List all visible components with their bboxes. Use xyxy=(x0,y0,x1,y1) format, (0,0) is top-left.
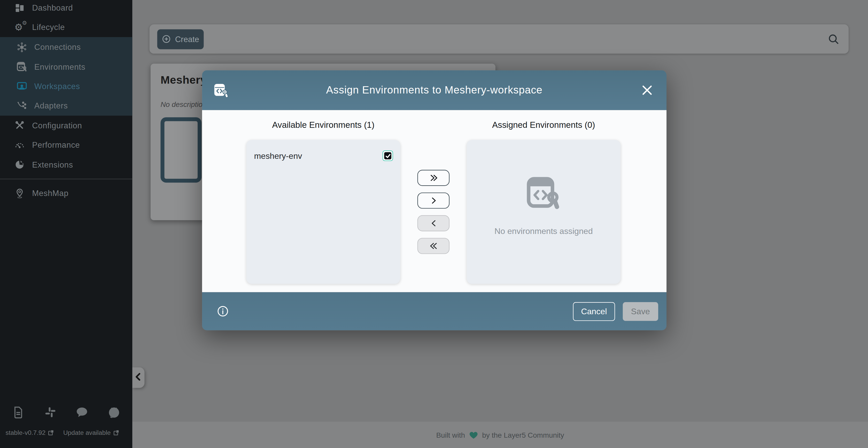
external-link-icon xyxy=(113,429,120,436)
search-icon xyxy=(827,32,841,46)
external-link-icon xyxy=(48,429,55,436)
environment-list-item[interactable]: meshery-env xyxy=(246,140,400,161)
sidebar-item-label: MeshMap xyxy=(32,189,68,197)
chat-icon[interactable] xyxy=(75,406,89,419)
double-chevron-left-icon xyxy=(429,242,438,250)
sidebar-item-workspaces[interactable]: Workspaces xyxy=(0,77,132,95)
connections-icon xyxy=(17,42,27,53)
version-row: stable-v0.7.92 Update available xyxy=(5,429,119,436)
sidebar-item-lifecycle[interactable]: ⚙⚙ Lifecycle xyxy=(0,18,132,36)
empty-state-text: No environments assigned xyxy=(494,226,593,235)
heart-icon xyxy=(469,430,478,439)
assigned-environments-header: Assigned Environments (0) xyxy=(467,120,621,130)
sidebar-item-label: Connections xyxy=(34,42,81,52)
cancel-button[interactable]: Cancel xyxy=(573,302,615,321)
move-selected-right-button[interactable] xyxy=(417,193,450,209)
sidebar-divider xyxy=(0,179,132,179)
sidebar-item-connections[interactable]: Connections xyxy=(0,38,132,56)
plus-circle-icon xyxy=(162,34,171,44)
modal-footer: Cancel Save xyxy=(202,292,666,330)
available-environments-header: Available Environments (1) xyxy=(246,120,400,130)
update-available-label: Update available xyxy=(63,429,111,436)
sidebar-item-adapters[interactable]: Adapters xyxy=(0,97,132,115)
sidebar: Dashboard ⚙⚙ Lifecycle Connections xyxy=(0,0,132,448)
page-footer: Built with by the Layer5 Community xyxy=(132,422,868,448)
update-available-link[interactable]: Update available xyxy=(63,429,120,436)
performance-icon xyxy=(14,140,25,150)
sidebar-item-environments[interactable]: Environments xyxy=(0,58,132,76)
lifecycle-icon: ⚙⚙ xyxy=(14,22,25,33)
info-icon[interactable] xyxy=(217,306,228,317)
workspaces-toolbar: Create xyxy=(150,24,848,54)
adapters-icon xyxy=(17,100,27,111)
sidebar-collapse-handle[interactable] xyxy=(132,367,145,388)
checkmark-icon xyxy=(384,152,392,159)
sidebar-item-performance[interactable]: Performance xyxy=(0,136,132,154)
assign-environments-modal: Assign Environments to Meshery-workspace… xyxy=(202,70,666,330)
docs-icon[interactable] xyxy=(11,406,25,419)
sidebar-item-label: Workspaces xyxy=(34,82,80,91)
sidebar-item-dashboard[interactable]: Dashboard xyxy=(0,0,132,17)
version-label: stable-v0.7.92 xyxy=(5,429,45,436)
move-all-right-button[interactable] xyxy=(417,170,450,186)
sidebar-item-label: Configuration xyxy=(32,121,82,130)
chevron-left-icon xyxy=(133,372,144,384)
modal-body: Available Environments (1) Assigned Envi… xyxy=(202,110,666,292)
move-selected-left-button[interactable] xyxy=(417,215,450,231)
chevron-left-icon xyxy=(429,219,438,227)
slack-icon[interactable] xyxy=(44,406,57,419)
create-workspace-button[interactable]: Create xyxy=(157,29,204,49)
sidebar-item-label: Environments xyxy=(34,62,86,71)
sidebar-item-label: Adapters xyxy=(34,101,68,110)
meshmap-icon xyxy=(14,188,25,198)
search-button[interactable] xyxy=(827,32,841,46)
move-all-left-button[interactable] xyxy=(417,238,450,254)
configuration-icon xyxy=(14,120,25,131)
workspace-design-thumbnail xyxy=(160,117,202,183)
environment-placeholder-icon xyxy=(526,175,561,211)
assigned-environments-panel: No environments assigned xyxy=(467,140,621,284)
app-viewport: Dashboard ⚙⚙ Lifecycle Connections xyxy=(0,0,868,448)
sidebar-item-label: Lifecycle xyxy=(32,23,65,32)
modal-title: Assign Environments to Meshery-workspace xyxy=(202,84,666,96)
version-link[interactable]: stable-v0.7.92 xyxy=(5,429,54,436)
sidebar-social-row xyxy=(0,406,132,419)
sidebar-item-label: Performance xyxy=(32,140,80,149)
environment-checkbox[interactable] xyxy=(382,151,393,161)
chevron-right-icon xyxy=(429,196,438,205)
screen: Dashboard ⚙⚙ Lifecycle Connections xyxy=(0,0,868,448)
sidebar-item-meshmap[interactable]: MeshMap xyxy=(0,184,132,202)
save-button[interactable]: Save xyxy=(623,302,658,321)
environment-name: meshery-env xyxy=(254,151,302,160)
environments-icon xyxy=(17,61,27,72)
available-environments-panel: meshery-env xyxy=(246,140,400,284)
double-chevron-right-icon xyxy=(429,174,438,182)
sidebar-item-label: Extensions xyxy=(32,160,73,169)
modal-header: Assign Environments to Meshery-workspace xyxy=(202,70,666,110)
create-button-label: Create xyxy=(175,35,199,43)
footer-text-suffix: by the Layer5 Community xyxy=(482,431,564,439)
footer-text-prefix: Built with xyxy=(436,431,465,439)
extensions-icon xyxy=(14,159,25,170)
workspaces-icon xyxy=(17,81,27,92)
github-icon[interactable] xyxy=(107,406,121,419)
sidebar-item-configuration[interactable]: Configuration xyxy=(0,117,132,134)
sidebar-item-extensions[interactable]: Extensions xyxy=(0,156,132,173)
dashboard-icon xyxy=(14,3,25,13)
sidebar-item-label: Dashboard xyxy=(32,3,73,12)
close-icon[interactable] xyxy=(641,84,653,96)
